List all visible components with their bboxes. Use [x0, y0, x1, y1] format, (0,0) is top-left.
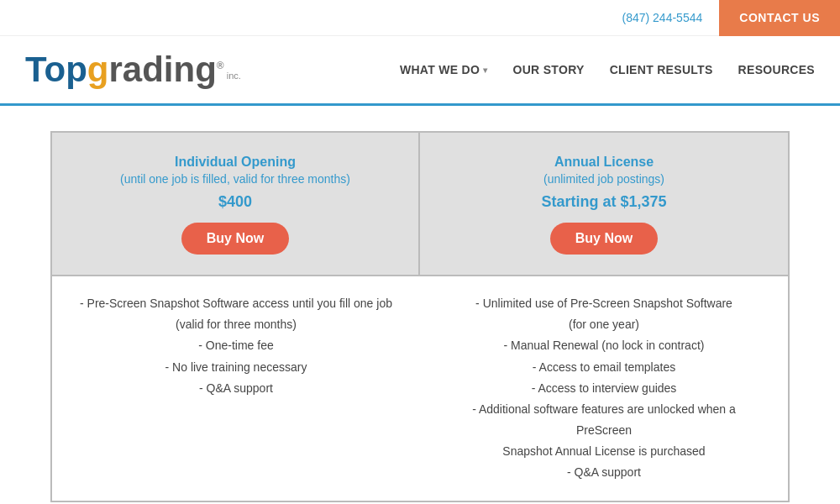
feature-line: - Q&A support: [445, 462, 763, 483]
features-annual: - Unlimited use of Pre-Screen Snapshot S…: [420, 276, 788, 501]
feature-line: - Additional software features are unloc…: [445, 399, 763, 441]
contact-us-button[interactable]: CONTACT US: [719, 0, 840, 36]
feature-line: (valid for three months): [77, 314, 395, 335]
plan-name-individual: Individual Opening: [69, 153, 402, 171]
feature-line: - Access to email templates: [445, 357, 763, 378]
feature-line: - One-time fee: [77, 335, 395, 356]
phone-link[interactable]: (847) 244-5544: [606, 11, 720, 24]
plan-price-individual: $400: [69, 193, 402, 211]
feature-line: - Unlimited use of Pre-Screen Snapshot S…: [445, 293, 763, 314]
header: Topg rading® inc. WHAT WE DO ▾ OUR STORY…: [0, 36, 840, 103]
plan-header-annual: Annual License (unlimited job postings) …: [420, 133, 788, 276]
plan-name-annual: Annual License: [437, 153, 771, 171]
chevron-down-icon: ▾: [483, 66, 487, 75]
logo-grading: rading®: [109, 52, 224, 87]
logo-inc: inc.: [227, 71, 241, 81]
logo: Topg rading® inc.: [25, 52, 241, 87]
pricing-section: Individual Opening (until one job is fil…: [0, 106, 840, 504]
feature-line: - No live training necessary: [77, 357, 395, 378]
logo-top: Topg: [25, 52, 109, 87]
buy-now-individual[interactable]: Buy Now: [181, 223, 289, 255]
pricing-table: Individual Opening (until one job is fil…: [50, 131, 790, 502]
plan-header-individual: Individual Opening (until one job is fil…: [52, 133, 420, 276]
feature-line: - Q&A support: [77, 378, 395, 399]
feature-line: - Access to interview guides: [445, 378, 763, 399]
feature-line: (for one year): [445, 314, 763, 335]
plan-price-annual: Starting at $1,375: [437, 193, 771, 211]
registered-mark: ®: [217, 60, 224, 71]
nav-item-what-we-do[interactable]: WHAT WE DO ▾: [400, 63, 488, 76]
nav-item-our-story[interactable]: OUR STORY: [513, 63, 585, 76]
plan-sub-annual: (unlimited job postings): [437, 171, 771, 188]
buy-now-annual[interactable]: Buy Now: [550, 223, 658, 255]
feature-line: Snapshot Annual License is purchased: [445, 441, 763, 462]
nav-item-resources[interactable]: RESOURCES: [738, 63, 815, 76]
logo-accent: g: [87, 50, 109, 89]
main-nav: WHAT WE DO ▾ OUR STORY CLIENT RESULTS RE…: [400, 63, 815, 76]
feature-line: - Pre-Screen Snapshot Software access un…: [77, 293, 395, 314]
features-individual: - Pre-Screen Snapshot Software access un…: [52, 276, 420, 501]
feature-line: - Manual Renewal (no lock in contract): [445, 335, 763, 356]
plan-sub-individual: (until one job is filled, valid for thre…: [69, 171, 402, 188]
nav-item-client-results[interactable]: CLIENT RESULTS: [610, 63, 713, 76]
top-bar: (847) 244-5544 CONTACT US: [0, 0, 840, 36]
